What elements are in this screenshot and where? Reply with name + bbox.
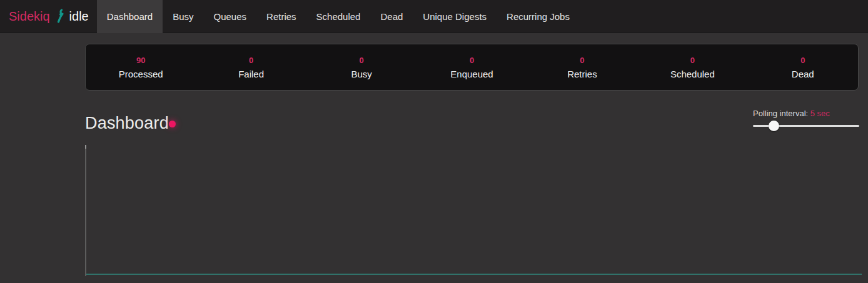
stat-dead[interactable]: 0 Dead bbox=[748, 54, 858, 82]
polling-interval-value: 5 sec bbox=[810, 109, 830, 118]
stat-busy[interactable]: 0 Busy bbox=[306, 54, 416, 82]
stat-retries[interactable]: 0 Retries bbox=[527, 54, 637, 82]
page-title: Dashboard bbox=[85, 114, 169, 133]
stat-dead-label: Dead bbox=[748, 67, 858, 82]
sidekiq-logo-icon bbox=[55, 9, 65, 24]
polling-interval-caption: Polling interval: 5 sec bbox=[753, 109, 860, 118]
top-navbar: Sidekiq idle Dashboard Busy Queues Retri… bbox=[0, 0, 868, 33]
nav-menu: Dashboard Busy Queues Retries Scheduled … bbox=[97, 0, 580, 33]
stat-processed-label: Processed bbox=[86, 67, 196, 82]
live-beacon-dot bbox=[169, 121, 176, 127]
stat-dead-value: 0 bbox=[748, 54, 858, 67]
stats-summary-bar: 90 Processed 0 Failed 0 Busy 0 Enqueued … bbox=[85, 44, 859, 91]
stat-scheduled-label: Scheduled bbox=[637, 67, 747, 82]
stat-failed-value: 0 bbox=[196, 54, 306, 67]
stat-failed[interactable]: 0 Failed bbox=[196, 54, 306, 82]
stat-retries-value: 0 bbox=[527, 54, 637, 67]
nav-item-dead[interactable]: Dead bbox=[370, 0, 413, 33]
nav-item-unique-digests[interactable]: Unique Digests bbox=[413, 0, 497, 33]
nav-item-queues[interactable]: Queues bbox=[204, 0, 257, 33]
stat-enqueued-label: Enqueued bbox=[416, 67, 527, 82]
nav-item-scheduled[interactable]: Scheduled bbox=[306, 0, 371, 33]
nav-item-recurring-jobs[interactable]: Recurring Jobs bbox=[497, 0, 580, 33]
polling-control: Polling interval: 5 sec bbox=[753, 109, 860, 127]
stat-busy-label: Busy bbox=[306, 67, 416, 82]
stat-enqueued-value: 0 bbox=[416, 54, 527, 67]
polling-slider-thumb[interactable] bbox=[769, 121, 779, 131]
realtime-chart bbox=[85, 145, 868, 276]
stat-processed-value: 90 bbox=[86, 54, 196, 67]
stat-processed[interactable]: 90 Processed bbox=[86, 54, 196, 82]
chart-y-axis bbox=[85, 145, 86, 276]
sidekiq-brand[interactable]: Sidekiq idle bbox=[0, 0, 89, 32]
nav-item-dashboard[interactable]: Dashboard bbox=[97, 0, 163, 33]
stat-retries-label: Retries bbox=[527, 67, 637, 82]
stat-failed-label: Failed bbox=[196, 67, 306, 82]
process-status-label: idle bbox=[69, 9, 89, 24]
polling-interval-label: Polling interval: bbox=[753, 109, 808, 118]
stat-scheduled-value: 0 bbox=[637, 54, 747, 67]
nav-item-busy[interactable]: Busy bbox=[163, 0, 203, 33]
chart-y-axis-tick bbox=[85, 145, 86, 149]
nav-item-retries[interactable]: Retries bbox=[256, 0, 306, 33]
polling-interval-slider[interactable] bbox=[753, 125, 859, 127]
stat-busy-value: 0 bbox=[306, 54, 416, 67]
stat-enqueued[interactable]: 0 Enqueued bbox=[416, 54, 527, 82]
brand-name[interactable]: Sidekiq bbox=[9, 9, 50, 24]
stat-scheduled[interactable]: 0 Scheduled bbox=[637, 54, 747, 82]
chart-processed-line bbox=[86, 274, 862, 275]
